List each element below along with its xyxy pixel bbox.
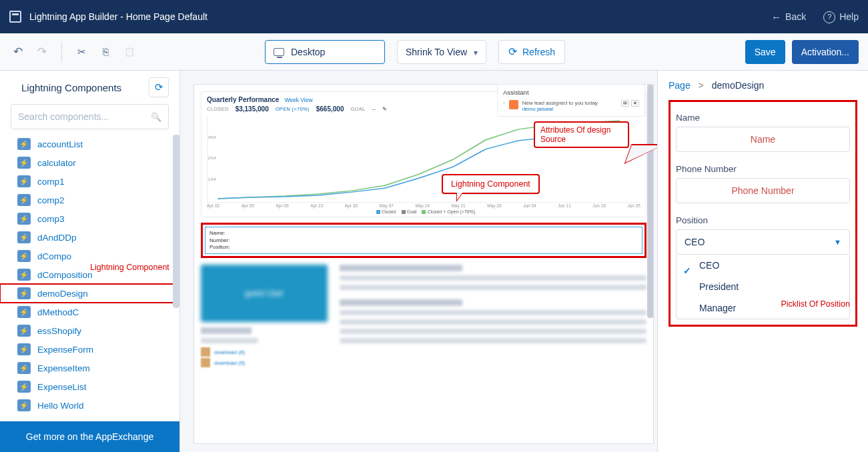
builder-icon xyxy=(9,11,21,23)
refresh-button[interactable]: Refresh xyxy=(498,40,565,64)
paste-button[interactable] xyxy=(121,43,138,61)
chart-view-link[interactable]: Week View xyxy=(284,97,312,103)
edit-goal-icon[interactable]: ✎ xyxy=(382,106,387,112)
svg-text:2M: 2M xyxy=(207,156,216,161)
component-item-dCompo[interactable]: dCompo xyxy=(0,247,179,265)
component-item-demoDesign[interactable]: demoDesign xyxy=(0,284,179,303)
blurred-content: guest User download (6) download (5) xyxy=(201,265,646,367)
lightning-bolt-icon xyxy=(17,231,31,243)
position-field-label: Position xyxy=(676,215,850,225)
component-item-label: Hello World xyxy=(37,401,84,411)
lead-icon xyxy=(509,100,518,109)
undo-button[interactable] xyxy=(9,43,27,61)
canvas[interactable]: Quarterly Performance Week View As of Ju… xyxy=(180,71,657,452)
name-field-input[interactable]: Name xyxy=(676,127,850,152)
lightning-bolt-icon xyxy=(17,250,31,262)
component-item-accountList[interactable]: accountList xyxy=(0,135,179,153)
file-link[interactable]: download (6) xyxy=(214,349,245,355)
search-icon xyxy=(151,111,161,122)
goal-value: -- xyxy=(372,106,376,112)
page-title: Lightning App Builder - Home Page Defaul… xyxy=(29,11,207,22)
position-selected-value: CEO xyxy=(685,237,705,247)
copy-button[interactable] xyxy=(97,43,114,61)
component-item-label: accountList xyxy=(37,139,83,149)
properties-box: Name Name Phone Number Phone Number Posi… xyxy=(669,100,857,327)
breadcrumb-root-link[interactable]: Page xyxy=(669,80,691,91)
divider xyxy=(61,42,62,62)
component-item-ExpenseItem[interactable]: ExpenseItem xyxy=(0,359,179,377)
lightning-bolt-icon xyxy=(17,381,31,393)
open-label: OPEN (>70%) xyxy=(276,106,310,112)
back-label: Back xyxy=(785,11,806,22)
toolbar: Desktop Shrink To View Refresh Save Acti… xyxy=(0,33,868,71)
component-item-comp1[interactable]: comp1 xyxy=(0,172,179,191)
component-item-comp2[interactable]: comp2 xyxy=(0,191,179,209)
selected-component-on-canvas[interactable]: Name: Number: Position: xyxy=(201,223,646,258)
chart-legend: Closed Goal Closed + Open (>70%) xyxy=(207,209,640,214)
phone-field-input[interactable]: Phone Number xyxy=(676,178,850,203)
chart-x-labels: Apr 02Apr 05Apr 09Apr 23Apr 30May 07May … xyxy=(207,203,640,208)
position-option-ceo[interactable]: CEO xyxy=(677,255,849,276)
blur-heading xyxy=(201,327,252,334)
component-item-essShopify[interactable]: essShopify xyxy=(0,321,179,340)
phone-field-label: Phone Number xyxy=(676,164,850,174)
assistant-dismiss-icon[interactable]: ✕ xyxy=(631,100,639,107)
assistant-card[interactable]: Assistant › New lead assigned to you tod… xyxy=(497,84,645,117)
desktop-icon xyxy=(274,48,284,56)
refresh-label: Refresh xyxy=(522,47,555,57)
component-item-label: dMethodC xyxy=(37,307,79,317)
cut-button[interactable] xyxy=(73,43,90,61)
component-item-calculator[interactable]: calculator xyxy=(0,153,179,172)
component-item-label: ExpenseList xyxy=(37,382,87,392)
save-button[interactable]: Save xyxy=(745,40,785,64)
device-dropdown[interactable]: Desktop xyxy=(265,40,385,64)
component-item-Hello World[interactable]: Hello World xyxy=(0,396,179,415)
assistant-title: Assistant xyxy=(503,89,639,96)
open-value: $665,000 xyxy=(316,105,344,113)
component-item-ExpenseForm[interactable]: ExpenseForm xyxy=(0,340,179,359)
lightning-bolt-icon xyxy=(17,399,31,411)
position-option-president[interactable]: President xyxy=(677,276,849,297)
closed-label: CLOSED xyxy=(207,106,229,112)
svg-text:1M: 1M xyxy=(207,177,216,182)
scrollbar-thumb[interactable] xyxy=(173,135,179,308)
position-select[interactable]: CEO ▼ xyxy=(676,229,850,255)
component-item-comp3[interactable]: comp3 xyxy=(0,209,179,228)
appexchange-button[interactable]: Get more on the AppExchange xyxy=(0,421,179,452)
help-icon xyxy=(823,11,835,23)
lightning-bolt-icon xyxy=(17,306,31,318)
help-button[interactable]: Help xyxy=(823,11,859,23)
arrow-left-icon xyxy=(771,11,781,23)
component-item-label: ExpenseForm xyxy=(37,345,93,355)
back-button[interactable]: Back xyxy=(771,11,806,23)
canvas-scrollbar[interactable] xyxy=(647,85,653,318)
component-item-ExpenseList[interactable]: ExpenseList xyxy=(0,377,179,396)
breadcrumb: Page > demoDesign xyxy=(669,80,857,91)
zoom-dropdown[interactable]: Shrink To View xyxy=(397,40,486,64)
activation-button[interactable]: Activation... xyxy=(792,40,859,64)
blur-hero-card: guest User xyxy=(201,265,328,322)
lightning-bolt-icon xyxy=(17,287,31,299)
components-panel: Lightning Components Search components..… xyxy=(0,71,180,452)
lightning-bolt-icon xyxy=(17,175,31,187)
redo-button[interactable] xyxy=(33,43,51,61)
components-list[interactable]: accountListcalculatorcomp1comp2comp3dAnd… xyxy=(0,135,179,421)
help-label: Help xyxy=(839,11,859,22)
components-search-input[interactable]: Search components... xyxy=(11,104,169,129)
component-item-label: dComposition xyxy=(37,270,93,280)
file-icon xyxy=(201,358,210,367)
component-item-dMethodC[interactable]: dMethodC xyxy=(0,303,179,321)
assistant-line2[interactable]: demo jaiswal xyxy=(522,106,617,112)
chart-title: Quarterly Performance xyxy=(207,96,279,103)
annotation-lightning-component-canvas: Lightning Component xyxy=(442,174,540,194)
lightning-bolt-icon xyxy=(17,138,31,150)
components-refresh-button[interactable] xyxy=(149,77,169,97)
file-link[interactable]: download (5) xyxy=(214,360,245,366)
component-item-label: ExpenseItem xyxy=(37,363,90,373)
chevron-right-icon[interactable]: › xyxy=(503,100,505,106)
component-item-dAndDDp[interactable]: dAndDDp xyxy=(0,228,179,247)
assistant-action-icon[interactable]: ✉ xyxy=(621,100,629,107)
chevron-down-icon: ▼ xyxy=(834,238,841,246)
annotation-attributes-design-source: Attributes Of design Source xyxy=(534,121,629,148)
component-item-dComposition[interactable]: dComposition xyxy=(0,265,179,284)
